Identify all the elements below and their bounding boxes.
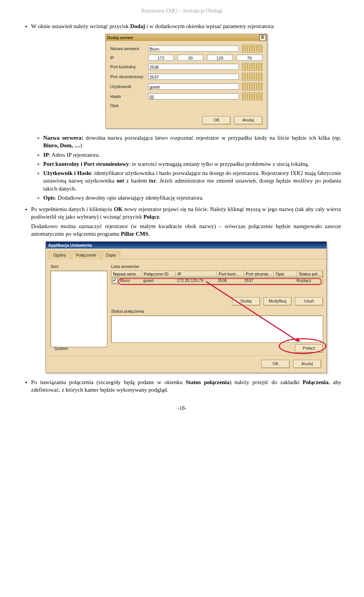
hdr-portk[interactable]: Port kont... [217, 271, 244, 277]
b3-status: Status połączenia [186, 379, 230, 385]
sub-bullet-ip: IP: Adres IP rejestratora. [43, 151, 341, 159]
row-id: guest [142, 277, 175, 284]
sub4-ixr: ixr [149, 178, 156, 184]
tab-general[interactable]: Ogólny [49, 251, 71, 259]
row-ip: 172.20.120.79 [175, 277, 216, 284]
dialog-title: Dodaj serwer [107, 35, 133, 40]
connection-status-box [111, 315, 323, 343]
hdr-ip[interactable]: IP [176, 271, 217, 277]
server-row[interactable]: Biuro guest 172.20.120.79 2536 2537 Rozł… [111, 277, 323, 284]
sub1-label: Nazwa serwera: [43, 135, 83, 141]
row-status: Rozłącz [295, 277, 323, 284]
ip-octet-2[interactable]: 20 [177, 55, 203, 61]
b2-t1: Po wypełnieniu danych i kliknięciu [31, 206, 114, 212]
b2-t3: . [159, 214, 161, 220]
ip-octet-4[interactable]: 79 [237, 55, 262, 61]
b2-connect: Połącz [143, 214, 159, 220]
tab-bar: Ogólny Połączenie Zapis [46, 249, 326, 259]
label-server-list: Lista serwerów [111, 264, 323, 269]
label-system: System [54, 346, 68, 351]
row-name: Biuro [119, 277, 142, 284]
b3-connections: Połączenia [303, 379, 328, 385]
sub1-tail: ) [80, 142, 82, 148]
b2-para2: Dodatkowo można zaznaczyć rejestrator (w… [31, 222, 341, 238]
tab-connection[interactable]: Połączenie [72, 251, 100, 259]
ip-octet-3[interactable]: 120 [207, 55, 233, 61]
keyboard-icon[interactable] [242, 73, 262, 80]
hdr-id[interactable]: Połączono ID [142, 271, 176, 277]
sub4-label: Użytkownik i Hasło [43, 170, 91, 176]
add-server-dialog: Dodaj serwer X Nazwa serwera Biuro IP 17… [105, 34, 267, 129]
input-server-name[interactable]: Biuro [148, 46, 239, 52]
sub2-label: IP [43, 152, 49, 158]
bullet1-rest: i w dodatkowym okienku wpisać parametry … [145, 23, 275, 29]
label-description: Opis [110, 103, 148, 109]
sub3-text: : te wartości wymagają zmiany tylko w pr… [129, 161, 309, 167]
sub2-text: : Adres IP rejestratora. [49, 152, 100, 158]
add-button[interactable]: Dodaj [232, 297, 260, 306]
cancel-button[interactable]: Anuluj [234, 116, 262, 124]
b2p2-t2: . [148, 231, 150, 237]
input-port-control[interactable]: 2536 [148, 64, 239, 70]
connect-button[interactable]: Połącz [295, 344, 323, 353]
sub-bullet-user-pass: Użytkownik i Hasło: identyfikator użytko… [43, 169, 341, 192]
network-listbox[interactable] [50, 271, 107, 347]
row-checkbox-icon[interactable] [113, 278, 118, 283]
ip-octet-1[interactable]: 172 [148, 55, 174, 61]
hdr-name[interactable]: Nazwa serw... [111, 271, 142, 277]
keyboard-icon[interactable] [242, 63, 262, 71]
input-description[interactable] [148, 102, 262, 109]
modify-button[interactable]: Modyfikuj [264, 297, 292, 306]
label-connection-status: Status połączenia [111, 309, 323, 314]
label-port-stream: Port strumieniowy [110, 74, 148, 80]
sub4-net: net [116, 178, 124, 184]
page-header: Rejestrator IXR2 – Instrukcja Obsługi [23, 8, 341, 15]
cancel-button-2[interactable]: Anuluj [293, 360, 321, 368]
ok-button[interactable]: OK [202, 116, 231, 124]
label-ip: IP [110, 55, 148, 61]
page-number: -18- [23, 405, 341, 412]
input-ip[interactable]: 172. 20. 120. 79 [148, 55, 262, 61]
hdr-opis[interactable]: Opis [274, 271, 297, 277]
b3-t1: Po nawiązaniu połączenia (szczegóły będą… [31, 379, 186, 385]
close-icon[interactable]: X [259, 35, 266, 41]
dialog-titlebar: Dodaj serwer X [106, 34, 267, 41]
b2-ok: OK [114, 206, 122, 212]
label-user: Użytkownik [110, 84, 148, 90]
sub1-bold2: Biuro, Dom, … [43, 142, 80, 148]
hdr-status[interactable]: Status poł... [297, 271, 323, 277]
tab-record[interactable]: Zapis [102, 251, 120, 259]
sub5-label: Opis [43, 195, 55, 201]
bullet1-bold: Dodaj [130, 23, 145, 29]
input-user[interactable]: guest [148, 83, 239, 90]
label-network: Sieć [50, 264, 107, 269]
keyboard-icon[interactable] [242, 45, 262, 52]
input-password[interactable]: |||| [148, 93, 239, 99]
b2p2-t1: Dodatkowo można zaznaczyć rejestrator (w… [31, 223, 341, 237]
sub-bullet-description: Opis: Dodatkowy dowolny opis ułatwiający… [43, 194, 341, 202]
bullet-1: W oknie ustawień należy wcisnąć przycisk… [31, 22, 341, 202]
row-checkbox-wrap[interactable] [111, 277, 119, 284]
keyboard-icon[interactable] [242, 93, 262, 100]
bullet-3: Po nawiązaniu połączenia (szczegóły będą… [31, 378, 341, 394]
bullet1-intro: W oknie ustawień należy wcisnąć przycisk [31, 23, 130, 29]
sub-bullet-server-name: Nazwa serwera: dowolna nazwa pozwalająca… [43, 134, 341, 150]
row-pk: 2536 [216, 277, 243, 284]
delete-button[interactable]: Usuń [295, 297, 323, 306]
b3-t2: ) należy przejść do zakładki [229, 379, 303, 385]
dialog2-titlebar: Applikacja Ustawienia [46, 242, 326, 249]
row-ps: 2537 [243, 277, 272, 284]
dialog2-title: Applikacja Ustawienia [48, 243, 92, 247]
keyboard-icon[interactable] [242, 83, 262, 90]
b2p2-bold: Pillar CMS [121, 231, 149, 237]
sub3-label: Port kontrolny i Port strumieniowy [43, 161, 129, 167]
app-settings-dialog: Applikacja Ustawienia Ogólny Połączenie … [46, 241, 327, 373]
sub1-text: dowolna nazwa pozwalająca łatwo rozpozna… [83, 135, 341, 141]
bullet-2: Po wypełnieniu danych i kliknięciu OK no… [31, 205, 341, 373]
hdr-ports[interactable]: Port strumie... [244, 271, 274, 277]
label-port-control: Port kontrolny [110, 64, 148, 70]
ok-button-2[interactable]: OK [262, 360, 290, 368]
server-table-header: Nazwa serw... Połączono ID IP Port kont.… [111, 271, 323, 277]
sub5-text: : Dodatkowy dowolny opis ułatwiający ide… [55, 195, 204, 201]
input-port-stream[interactable]: 2537 [148, 74, 239, 80]
